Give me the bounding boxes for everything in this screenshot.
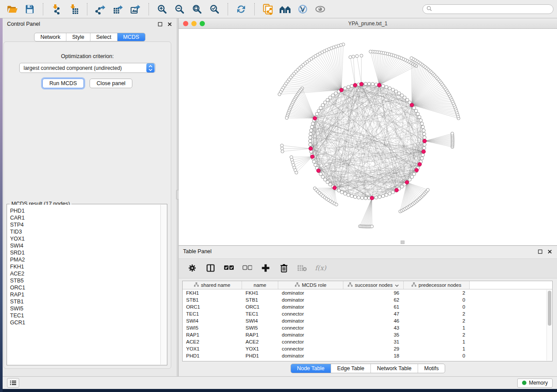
table-toolbar: f(x) (179, 258, 557, 279)
tab-select[interactable]: Select (90, 33, 117, 41)
delete-columns-button[interactable] (277, 262, 291, 275)
search-input[interactable] (434, 6, 550, 12)
network-canvas[interactable] (179, 29, 557, 245)
search-sites-button[interactable] (278, 2, 293, 17)
column-header-predecessor-nodes[interactable]: predecessor nodes (404, 281, 470, 289)
mcds-result-item[interactable]: PHD1 (10, 207, 166, 214)
table-row[interactable]: SWI5SWI5connector431 (183, 324, 552, 331)
cell-shared-name: PHD1 (183, 352, 242, 359)
table-row[interactable]: ORC1ORC1dominator610 (183, 303, 552, 310)
table-row[interactable]: ACE2ACE2connector311 (183, 338, 552, 345)
column-header-shared-name[interactable]: shared name (183, 281, 242, 289)
control-panel: Control Panel NetworkStyleSelectMCDS Opt… (3, 18, 177, 376)
show-all-columns-button[interactable] (222, 262, 235, 275)
mcds-result-list[interactable]: PHD1CAR1STP4TID3YOX1SWI4SRD1PMA2FKH1ACE2… (7, 205, 166, 364)
open-file-icon (7, 4, 18, 14)
criterion-dropdown[interactable]: largest connected component (undirected) (19, 63, 156, 73)
mcds-result-item[interactable]: STB5 (10, 277, 166, 284)
table-scrollbar[interactable] (547, 290, 552, 361)
import-network-button[interactable] (49, 2, 64, 17)
minimize-window-icon[interactable] (191, 21, 197, 26)
save-session-button[interactable] (22, 2, 37, 17)
mcds-result-item[interactable]: TID3 (10, 228, 166, 235)
mcds-result-item[interactable]: FKH1 (10, 263, 166, 270)
table-tab-motifs[interactable]: Motifs (418, 364, 445, 373)
column-label: MCDS role (302, 282, 326, 288)
tab-style[interactable]: Style (66, 33, 90, 41)
create-column-button[interactable] (259, 262, 272, 275)
network-from-clipboard-button[interactable] (260, 2, 275, 17)
tab-network[interactable]: Network (35, 33, 66, 41)
zoom-in-button[interactable] (155, 2, 170, 17)
column-header-MCDS-role[interactable]: MCDS role (278, 281, 343, 289)
export-table-button[interactable] (111, 2, 125, 17)
cell-predecessor-nodes: 0 (404, 296, 470, 303)
mcds-result-item[interactable]: STP4 (10, 221, 166, 228)
close-window-icon[interactable] (183, 21, 188, 26)
column-header-name[interactable]: name (242, 281, 278, 289)
tab-mcds[interactable]: MCDS (117, 33, 145, 41)
hide-panel-eye-button[interactable] (313, 2, 328, 17)
table-tab-network-table[interactable]: Network Table (370, 364, 418, 373)
mcds-result-item[interactable]: RAP1 (10, 291, 166, 298)
column-header-successor-nodes[interactable]: successor nodes (343, 281, 404, 289)
mcds-result-item[interactable]: ACE2 (10, 270, 166, 277)
criterion-value: largest connected component (undirected) (20, 65, 146, 71)
control-panel-title: Control Panel (7, 21, 40, 27)
table-row[interactable]: TEC1TEC1connector472 (183, 310, 552, 317)
zoom-out-button[interactable] (172, 2, 187, 17)
table-row[interactable]: SWI4SWI4dominator462 (183, 317, 552, 324)
zoom-selected-button[interactable] (207, 2, 222, 17)
vizmap-preview-button[interactable] (295, 2, 310, 17)
mcds-result-item[interactable]: SWI5 (10, 305, 166, 312)
maximize-window-icon[interactable] (200, 21, 205, 26)
run-mcds-button[interactable]: Run MCDS (42, 79, 84, 88)
export-network-button[interactable] (93, 2, 108, 17)
import-table-button[interactable] (66, 2, 81, 17)
mcds-result-item[interactable]: CAR1 (10, 214, 166, 221)
table-mode-gear-button[interactable] (186, 262, 199, 275)
mcds-result-item[interactable]: ORC1 (10, 284, 166, 291)
cell-shared-name: TEC1 (183, 310, 242, 317)
table-row[interactable]: STB1STB1dominator620 (183, 296, 552, 303)
close-panel-button[interactable]: Close panel (90, 79, 132, 88)
mcds-result-item[interactable]: GCR1 (10, 319, 166, 326)
mcds-result-item[interactable]: TEC1 (10, 312, 166, 319)
float-table-panel-icon[interactable] (537, 249, 543, 254)
close-table-panel-icon[interactable] (547, 249, 553, 254)
application-window: Control Panel NetworkStyleSelectMCDS Opt… (3, 18, 557, 389)
network-graph[interactable] (179, 29, 557, 246)
hide-all-columns-button[interactable] (241, 262, 254, 275)
dropdown-stepper-icon (146, 63, 155, 72)
mcds-result-item[interactable]: STB1 (10, 298, 166, 305)
column-pane-button[interactable] (204, 262, 217, 275)
mcds-result-item[interactable]: PMA2 (10, 256, 166, 263)
table-row[interactable]: YOX1YOX1connector291 (183, 345, 552, 352)
zoom-in-icon (157, 4, 167, 14)
column-label: predecessor nodes (419, 282, 461, 288)
open-file-button[interactable] (5, 2, 20, 17)
apply-layout-button[interactable] (234, 2, 249, 17)
canvas-scroll-handle[interactable] (401, 241, 405, 244)
search-box[interactable] (422, 4, 554, 14)
table-scrollbar-thumb[interactable] (548, 291, 551, 326)
cell-MCDS-role: connector (278, 324, 343, 331)
table-tab-edge-table[interactable]: Edge Table (331, 364, 370, 373)
close-panel-icon[interactable] (167, 21, 173, 27)
task-history-button[interactable] (7, 378, 19, 388)
network-window-titlebar[interactable]: YPA_prune.txt_1 (179, 18, 557, 29)
memory-button[interactable]: Memory (517, 378, 553, 388)
float-panel-icon[interactable] (157, 21, 163, 27)
column-label: shared name (201, 282, 230, 288)
mcds-result-item[interactable]: SRD1 (10, 249, 166, 256)
zoom-fit-button[interactable] (190, 2, 204, 17)
mcds-result-item[interactable]: SWI4 (10, 242, 166, 249)
cell-successor-nodes: 46 (343, 317, 404, 324)
mcds-list-scrollbar[interactable] (160, 205, 166, 364)
table-row[interactable]: FKH1FKH1dominator962 (183, 289, 552, 296)
table-row[interactable]: PHD1PHD1dominator180 (183, 352, 552, 359)
mcds-result-item[interactable]: YOX1 (10, 235, 166, 242)
table-row[interactable]: RAP1RAP1dominator352 (183, 331, 552, 338)
table-tab-node-table[interactable]: Node Table (291, 364, 331, 373)
export-image-button[interactable] (128, 2, 143, 17)
